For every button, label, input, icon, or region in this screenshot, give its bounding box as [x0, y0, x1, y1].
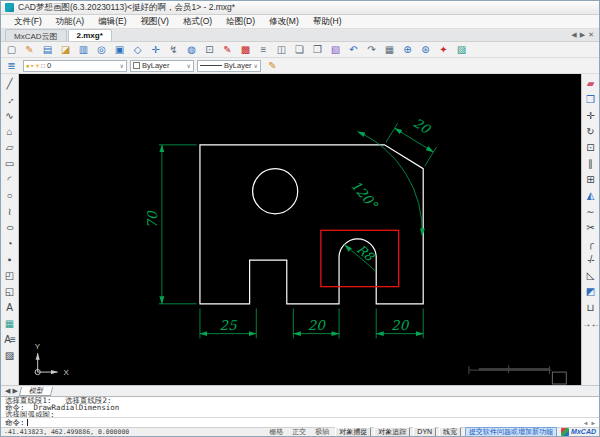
trim-button[interactable]: ✂ [583, 220, 599, 236]
spline-edit-button[interactable]: ∼ [583, 204, 599, 220]
cmd-scroll-left-icon[interactable]: ◀ [584, 419, 588, 426]
color-palette-button[interactable]: ▩ [237, 43, 254, 57]
layout-next-button[interactable]: ▶ [12, 387, 17, 395]
ucs-icon [35, 353, 57, 374]
hatch-button[interactable]: ▨ [2, 348, 18, 364]
toggle-ortho[interactable]: 正交 [289, 428, 309, 436]
dimension-width3-text: 20 [391, 318, 410, 333]
menu-modify[interactable]: 修改(M) [262, 16, 306, 28]
menu-draw[interactable]: 绘图(D) [219, 16, 262, 28]
explode-button[interactable]: ◩ [583, 284, 599, 300]
new-file-button[interactable]: ▢ [3, 43, 20, 57]
zoom-extents-button[interactable]: ◇ [129, 43, 146, 57]
insert-image-button[interactable]: ▨ [453, 43, 470, 57]
stretch-button[interactable]: →← [583, 316, 599, 332]
layer-select[interactable]: ●▪☀□ 0 ∨ [23, 60, 127, 72]
image-button[interactable]: ▦ [2, 316, 18, 332]
pan-button[interactable]: ✛ [147, 43, 164, 57]
save-as-button[interactable]: ▥ [75, 43, 92, 57]
drawing-canvas[interactable]: 70 25 20 20 [19, 74, 581, 385]
layer-lock-icon: ▪ [31, 61, 33, 71]
block-insert-button[interactable]: ◰ [2, 268, 18, 284]
tab-model[interactable]: 模型 [19, 387, 53, 396]
pdf-export-button[interactable]: ✦ [435, 43, 452, 57]
menu-help[interactable]: 帮助(H) [306, 16, 349, 28]
save-drawing-button[interactable]: ▤ [39, 43, 56, 57]
chamfer-button[interactable]: ◺ [583, 268, 599, 284]
rotate-button[interactable]: ↻ [583, 124, 599, 140]
zoom-window-button[interactable]: ▣ [111, 43, 128, 57]
tab-document-2mxg[interactable]: 2.mxg* [68, 29, 112, 41]
text-button[interactable]: A [2, 300, 18, 316]
tab-scroll-left-icon[interactable]: ◀ [571, 31, 576, 39]
block-create-button[interactable]: ◱ [2, 284, 18, 300]
layer-manager-button[interactable]: ◫ [273, 43, 290, 57]
toggle-osnap[interactable]: 对象捕捉 [335, 427, 371, 437]
web-publish-button[interactable]: ⊛ [417, 43, 434, 57]
undo-button[interactable]: ↶ [345, 43, 362, 57]
mirror-button[interactable]: ◭ [583, 188, 599, 204]
sketch-button[interactable]: ✎ [219, 43, 236, 57]
print-button[interactable]: ▦ [381, 43, 398, 57]
tab-close-icon[interactable]: ✕ [588, 31, 594, 39]
offset-button[interactable]: ∥ [583, 156, 599, 172]
color-select[interactable]: ByLayer ∨ [130, 60, 194, 72]
tab-scroll-right-icon[interactable]: ▶ [580, 31, 585, 39]
layers-icon[interactable]: ≣ [3, 59, 20, 73]
cmd-scroll-right-icon[interactable]: ▶ [591, 419, 595, 426]
shape-button[interactable]: ▱ [2, 140, 18, 156]
menu-format[interactable]: 格式(O) [176, 16, 219, 28]
layout-prev-button[interactable]: ◀ [5, 387, 10, 395]
feedback-button[interactable]: 提交软件问题或增加新功能 [465, 427, 557, 437]
ellipse-button[interactable]: ○ [0, 220, 21, 236]
dimension-angle-arc [358, 132, 423, 236]
toggle-grid[interactable]: 栅格 [266, 428, 286, 436]
color-swatch [133, 62, 140, 69]
ellipse-arc-button[interactable]: ◔ [2, 236, 18, 252]
zoom-object-button[interactable]: ◍ [183, 43, 200, 57]
mtext-button[interactable]: A≡ [2, 332, 18, 348]
draw-settings-button[interactable]: ✎ [264, 59, 281, 73]
main-area: ╱↔∿⌂▱▭◜○≀○◔▪◰◱A▦A≡▨ [1, 74, 599, 385]
fillet-button[interactable]: ╭ [583, 236, 599, 252]
zoom-button[interactable]: ◎ [93, 43, 110, 57]
polygon-button[interactable]: ⌂ [2, 124, 18, 140]
open-folder-button[interactable]: ◪ [57, 43, 74, 57]
toggle-lineweight[interactable]: 线宽 [439, 427, 461, 437]
move-button[interactable]: ✛ [583, 108, 599, 124]
menu-function[interactable]: 功能(A) [49, 16, 91, 28]
join-button[interactable]: ⊔ [583, 300, 599, 316]
cursor-coordinates: -41.413823, 462.499886, 0.000000 [4, 428, 154, 436]
linetype-select[interactable]: ByLayer ∨ [197, 60, 261, 72]
toggle-dyn[interactable]: DYN [413, 427, 436, 437]
block-editor-button[interactable]: ▧ [327, 43, 344, 57]
insert-block-button[interactable]: ❐ [309, 43, 326, 57]
spline-button[interactable]: ≀ [2, 204, 18, 220]
zoom-dynamic-button[interactable]: ↯ [165, 43, 182, 57]
break-button[interactable]: -/- [583, 252, 599, 268]
menu-edit[interactable]: 编辑(E) [91, 16, 133, 28]
erase-button[interactable]: ▰ [583, 76, 599, 92]
menu-view[interactable]: 视图(V) [134, 16, 176, 28]
rectangle-button[interactable]: ▭ [2, 156, 18, 172]
scale-button[interactable]: ⊡ [583, 140, 599, 156]
command-history[interactable]: 选择直线段1: 选择直线段2:命令: _DrawRadialDimension选… [1, 396, 599, 417]
arc-button[interactable]: ◜ [2, 172, 18, 188]
chevron-down-icon: ∨ [187, 62, 191, 69]
menu-file[interactable]: 文件(F) [7, 16, 49, 28]
tab-mxcad-cloud[interactable]: MxCAD云图 [5, 29, 67, 41]
named-view-button[interactable]: ⊡ [201, 43, 218, 57]
array-button[interactable]: ⊞ [583, 172, 599, 188]
toggle-polar[interactable]: 极轴 [312, 428, 332, 436]
text-style-button[interactable]: ≡ [255, 43, 272, 57]
copy-button[interactable]: ❐ [583, 92, 599, 108]
command-line[interactable]: 命令: ◀▶ [1, 417, 599, 427]
point-button[interactable]: ▪ [2, 252, 18, 268]
layer-state-icons: ●▪☀□ [26, 61, 45, 71]
draw-order-button[interactable]: ❏ [291, 43, 308, 57]
web-button[interactable]: ⊕ [399, 43, 416, 57]
toggle-otrack[interactable]: 对象追踪 [374, 427, 410, 437]
circle-button[interactable]: ○ [2, 188, 18, 204]
open-drawing-button[interactable]: ✎ [21, 43, 38, 57]
redo-button[interactable]: ↷ [363, 43, 380, 57]
